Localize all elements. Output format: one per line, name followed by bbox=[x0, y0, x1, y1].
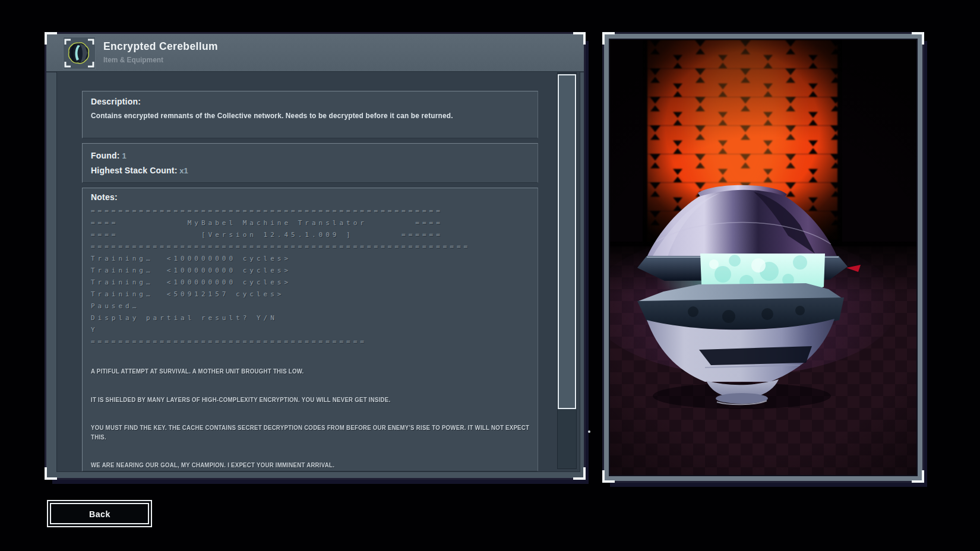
item-scroll-area: Description: Contains encrypted remnants… bbox=[56, 71, 580, 472]
item-icon-tile bbox=[63, 37, 96, 69]
encrypted-cerebellum-icon bbox=[64, 37, 95, 69]
notes-section: Notes: =================================… bbox=[82, 188, 538, 471]
back-button-label: Back bbox=[89, 509, 110, 519]
back-button[interactable]: Back bbox=[47, 500, 152, 527]
item-detail-window: Encrypted Cerebellum Item & Equipment De… bbox=[46, 34, 584, 478]
description-text: Contains encrypted remnants of the Colle… bbox=[91, 110, 504, 121]
item-preview-window bbox=[604, 34, 922, 481]
notes-message-4: WE ARE NEARING OUR GOAL, MY CHAMPION. I … bbox=[91, 461, 530, 470]
stack-row: Highest Stack Count: x1 bbox=[91, 163, 529, 178]
item-category: Item & Equipment bbox=[103, 56, 222, 64]
stack-label: Highest Stack Count: bbox=[91, 166, 178, 175]
notes-message-1: A PITIFUL ATTEMPT AT SURVIVAL. A MOTHER … bbox=[91, 367, 530, 376]
cursor-dot bbox=[588, 430, 590, 433]
found-value: 1 bbox=[122, 151, 126, 160]
scrollbar-thumb[interactable] bbox=[558, 74, 576, 409]
item-title: Encrypted Cerebellum bbox=[103, 40, 218, 53]
item-preview-frame bbox=[609, 39, 918, 476]
found-label: Found: bbox=[91, 151, 120, 160]
corner-bracket-icon bbox=[45, 467, 57, 480]
found-row: Found: 1 bbox=[91, 148, 529, 163]
notes-label: Notes: bbox=[91, 192, 529, 202]
stack-value: x1 bbox=[179, 166, 188, 175]
translator-log: ========================================… bbox=[91, 205, 529, 348]
item-preview-render bbox=[610, 40, 916, 475]
notes-scrollbar[interactable] bbox=[557, 72, 577, 469]
screen: Encrypted Cerebellum Item & Equipment De… bbox=[0, 0, 980, 551]
back-button-frame: Back bbox=[50, 503, 149, 524]
stats-section: Found: 1 Highest Stack Count: x1 bbox=[82, 143, 538, 183]
item-header: Encrypted Cerebellum Item & Equipment bbox=[46, 34, 584, 72]
description-label: Description: bbox=[91, 97, 529, 106]
description-section: Description: Contains encrypted remnants… bbox=[82, 91, 538, 138]
notes-message-3: YOU MUST FIND THE KEY. THE CACHE CONTAIN… bbox=[91, 423, 530, 442]
notes-message-2: IT IS SHIELDED BY MANY LAYERS OF HIGH-CO… bbox=[91, 395, 530, 405]
